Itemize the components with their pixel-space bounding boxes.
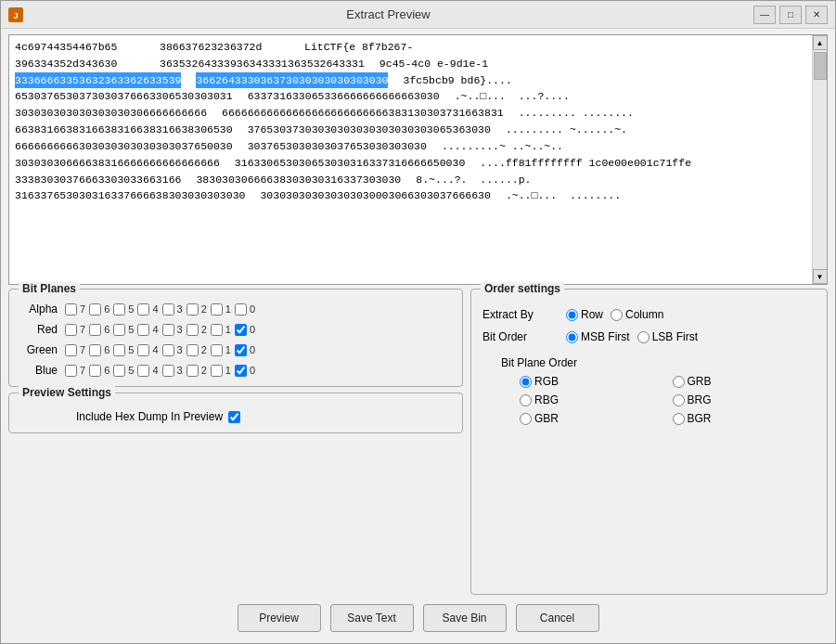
right-panel: Order settings Extract By Row Col (470, 289, 828, 595)
bit-label-alpha-4: 4 (152, 303, 158, 315)
bit-label-alpha-0: 0 (250, 303, 255, 315)
bit-checkbox-alpha-4[interactable] (137, 303, 149, 316)
scroll-up-btn[interactable]: ▲ (813, 35, 828, 50)
bit-checkbox-red-2[interactable] (186, 324, 199, 336)
bit-checkbox-blue-2[interactable] (186, 365, 199, 377)
bit-checkbox-red-5[interactable] (113, 324, 125, 336)
lsb-radio[interactable] (637, 331, 650, 343)
msb-option[interactable]: MSB First (566, 330, 630, 343)
save-text-button[interactable]: Save Text (330, 604, 414, 632)
extract-column-option[interactable]: Column (611, 308, 663, 321)
bit-checkbox-red-6[interactable] (89, 324, 101, 336)
row-radio[interactable] (566, 309, 578, 321)
include-hex-label[interactable]: Include Hex Dump In Preview (76, 410, 240, 423)
bit-checkbox-green-7[interactable] (65, 344, 77, 356)
bit-label-red-3: 3 (177, 324, 183, 335)
ascii-col: .~..□... ...?.... (455, 88, 570, 105)
bit-checkbox-alpha-2[interactable] (186, 303, 199, 316)
bit-checkbox-alpha-7[interactable] (65, 303, 77, 316)
hex-col-2: 316330653030653030316337316666650030 (235, 155, 465, 172)
bit-plane-radio-grb[interactable] (673, 376, 685, 388)
bit-checkbox-alpha-1[interactable] (211, 303, 223, 316)
bit-label-alpha-1: 1 (225, 303, 231, 315)
scroll-track (813, 50, 827, 269)
bit-plane-label-grb: GRB (688, 375, 712, 388)
bit-checkbox-green-5[interactable] (113, 344, 125, 356)
maximize-button[interactable]: □ (779, 6, 802, 24)
bit-checkbox-red-0[interactable] (235, 324, 247, 336)
hex-col-2: 36353264333936343331363532643331 (160, 56, 365, 72)
bit-checkbox-green-2[interactable] (186, 344, 199, 356)
bit-checkbox-blue-0[interactable] (235, 365, 247, 377)
extract-row-option[interactable]: Row (566, 308, 603, 321)
bit-checkbox-red-1[interactable] (211, 324, 223, 336)
lsb-option[interactable]: LSB First (637, 330, 698, 343)
bit-checkbox-green-4[interactable] (137, 344, 149, 356)
bit-checkbox-alpha-5[interactable] (113, 303, 125, 316)
bit-checkbox-group-green-5: 5 (113, 344, 134, 356)
preview-button[interactable]: Preview (238, 604, 321, 632)
bit-checkbox-group-red-1: 1 (211, 324, 231, 336)
bit-label-alpha-3: 3 (177, 303, 183, 315)
bit-plane-radio-brg[interactable] (673, 394, 685, 406)
bit-checkbox-alpha-6[interactable] (89, 303, 101, 316)
bit-label-blue-3: 3 (177, 365, 183, 376)
preview-line: 3336666335363236336263353936626433303637… (15, 72, 806, 89)
bit-row-green: Green76543210 (20, 343, 451, 356)
bit-label-alpha-5: 5 (128, 303, 134, 315)
cancel-button[interactable]: Cancel (516, 604, 599, 632)
bit-plane-option-gbr[interactable]: GBR (520, 412, 663, 425)
bit-row-blue: Blue76543210 (20, 364, 451, 377)
bit-checkbox-blue-3[interactable] (162, 365, 174, 377)
minimize-button[interactable]: — (753, 6, 776, 24)
bit-plane-order-label: Bit Plane Order (501, 356, 816, 369)
preview-line: 3163376530303163376666383030303030303030… (15, 187, 806, 204)
bit-checkbox-green-1[interactable] (211, 344, 223, 356)
bit-plane-radio-bgr[interactable] (673, 413, 685, 425)
ascii-col: ......... ........ (519, 105, 634, 122)
bit-plane-option-rgb[interactable]: RGB (520, 375, 663, 388)
bit-checkbox-group-red-2: 2 (186, 324, 207, 336)
bit-plane-option-brg[interactable]: BRG (673, 393, 817, 406)
hex-col-1: 6638316638316638316638316638306530 (15, 122, 233, 138)
bit-checkbox-blue-5[interactable] (113, 365, 125, 377)
hex-col-1: 30303030666638316666666666666666 (15, 155, 220, 172)
bit-checkbox-red-3[interactable] (162, 324, 174, 336)
bit-checkbox-green-3[interactable] (162, 344, 174, 356)
bit-checkbox-green-0[interactable] (235, 344, 247, 356)
bit-label-green-4: 4 (152, 344, 158, 355)
bit-plane-radio-rbg[interactable] (520, 394, 532, 406)
preview-settings-content: Include Hex Dump In Preview (20, 410, 451, 423)
hex-col-1: 6530376530373030376663306530303031 (15, 88, 233, 105)
bit-checkbox-group-alpha-5: 5 (113, 303, 134, 316)
bit-checkbox-blue-4[interactable] (137, 365, 149, 377)
bit-plane-option-grb[interactable]: GRB (673, 375, 817, 388)
bit-checkbox-blue-1[interactable] (211, 365, 223, 377)
bit-plane-radio-gbr[interactable] (520, 413, 532, 425)
bit-checkbox-group-blue-6: 6 (89, 365, 109, 377)
column-radio[interactable] (611, 309, 623, 321)
bit-label-red-5: 5 (128, 324, 134, 335)
bit-checkbox-blue-6[interactable] (89, 365, 101, 377)
bit-checkbox-blue-7[interactable] (65, 365, 77, 377)
bit-plane-option-bgr[interactable]: BGR (673, 412, 817, 425)
bit-checkbox-green-6[interactable] (89, 344, 101, 356)
close-button[interactable]: ✕ (805, 6, 828, 24)
bit-checkbox-alpha-0[interactable] (235, 303, 247, 316)
bit-checkbox-group-green-3: 3 (162, 344, 183, 356)
msb-radio[interactable] (566, 331, 578, 343)
save-bin-button[interactable]: Save Bin (423, 604, 507, 632)
msb-label: MSB First (581, 330, 630, 343)
scroll-down-btn[interactable]: ▼ (813, 269, 828, 284)
include-hex-checkbox[interactable] (228, 411, 240, 423)
scroll-thumb[interactable] (814, 52, 827, 80)
bit-label-green-7: 7 (80, 344, 85, 355)
bit-checkbox-red-4[interactable] (137, 324, 149, 336)
bit-plane-radio-rgb[interactable] (520, 376, 532, 388)
bit-checkbox-alpha-3[interactable] (162, 303, 174, 316)
bit-checkbox-red-7[interactable] (65, 324, 77, 336)
preview-text-content[interactable]: 4c69744354467b65386637623236372dLitCTF{e… (9, 35, 812, 284)
preview-area: 4c69744354467b65386637623236372dLitCTF{e… (8, 34, 828, 285)
bit-checkbox-group-blue-1: 1 (211, 365, 231, 377)
bit-plane-option-rbg[interactable]: RBG (520, 393, 663, 406)
